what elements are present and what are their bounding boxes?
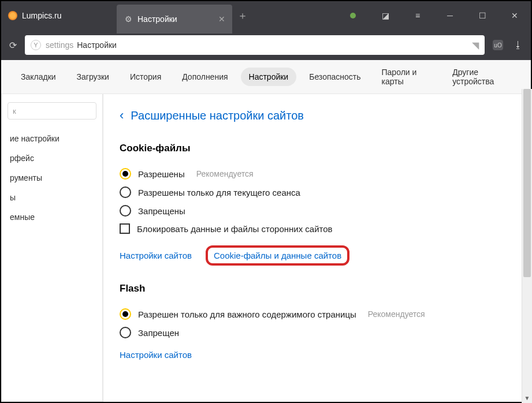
option-label: Разрешен только для важного содержимого … <box>138 309 356 319</box>
section-links: Настройки сайтов Cookie-файлы и данные с… <box>120 245 515 266</box>
option-hint: Рекомендуется <box>196 169 254 178</box>
back-header[interactable]: ‹ Расширенные настройки сайтов <box>120 108 515 123</box>
nav-tab-history[interactable]: История <box>122 68 169 86</box>
nav-tab-addons[interactable]: Дополнения <box>174 68 236 86</box>
option-label: Запрещены <box>138 206 185 216</box>
favicon-icon <box>8 11 17 20</box>
settings-nav: Закладки Загрузки История Дополнения Нас… <box>1 60 531 94</box>
yandex-icon: Y <box>31 40 41 50</box>
option-label: Разрешены <box>138 169 185 179</box>
sidebar-item[interactable]: ы <box>2 188 102 207</box>
nav-tab-passwords[interactable]: Пароли и карты <box>374 63 440 91</box>
close-button[interactable]: ✕ <box>504 11 525 20</box>
gear-icon: ⚙ <box>124 14 133 24</box>
browser-tab-settings[interactable]: ⚙ Настройки ✕ <box>117 5 232 33</box>
minimize-button[interactable]: ─ <box>440 11 460 20</box>
link-cookie-data[interactable]: Cookie-файлы и данные сайтов <box>214 251 341 260</box>
browser-tab-lumpics[interactable]: Lumpics.ru <box>1 1 117 30</box>
download-icon[interactable]: ⭳ <box>514 40 523 50</box>
titlebar-controls: ◪ ≡ ─ ☐ ✕ <box>343 1 531 30</box>
sidebar-item[interactable]: ие настройки <box>2 129 102 148</box>
option-flash-important[interactable]: Разрешен только для важного содержимого … <box>120 305 515 323</box>
sidebar-item[interactable]: рфейс <box>2 148 102 168</box>
nav-tab-bookmarks[interactable]: Закладки <box>13 68 64 86</box>
menu-icon[interactable]: ≡ <box>407 11 428 20</box>
radio-icon <box>120 205 131 217</box>
nav-tab-devices[interactable]: Другие устройства <box>444 63 519 91</box>
tab-label: Настройки <box>137 14 177 24</box>
address-bar: ⟳ Y settings Настройки ◥ uO ⭳ <box>1 30 531 60</box>
sidebar-search-input[interactable]: к <box>8 102 96 120</box>
close-icon[interactable]: ✕ <box>218 14 225 24</box>
tab-label: Lumpics.ru <box>22 11 61 20</box>
radio-icon <box>120 168 131 180</box>
sidebar-item[interactable]: емные <box>2 207 102 227</box>
link-site-settings[interactable]: Настройки сайтов <box>120 251 192 260</box>
titlebar: Lumpics.ru ⚙ Настройки ✕ ＋ ◪ ≡ ─ ☐ ✕ <box>1 1 531 30</box>
ublock-icon[interactable]: uO <box>493 40 503 50</box>
main-layout: к ие настройки рфейс рументы ы емные ‹ Р… <box>1 94 531 402</box>
page-title: Расширенные настройки сайтов <box>131 109 304 122</box>
option-hint: Рекомендуется <box>368 309 425 319</box>
section-title-flash: Flash <box>120 283 515 294</box>
section-title-cookies: Cookie-файлы <box>120 143 515 154</box>
option-cookies-allowed[interactable]: Разрешены Рекомендуется <box>120 165 515 183</box>
option-cookies-session[interactable]: Разрешены только для текущего сеанса <box>120 183 515 201</box>
maximize-button[interactable]: ☐ <box>472 11 493 20</box>
nav-tab-security[interactable]: Безопасность <box>301 68 369 86</box>
new-tab-button[interactable]: ＋ <box>232 1 253 30</box>
radio-icon <box>120 308 131 320</box>
chevron-left-icon: ‹ <box>120 108 124 123</box>
scroll-thumb[interactable] <box>523 89 531 277</box>
url-prefix: settings <box>46 40 73 50</box>
option-label: Блокировать данные и файлы сторонних сай… <box>137 224 333 234</box>
sidebar-item[interactable]: рументы <box>2 168 102 188</box>
toolbar-icons: uO ⭳ <box>493 40 523 50</box>
option-block-thirdparty[interactable]: Блокировать данные и файлы сторонних сай… <box>120 220 515 237</box>
url-input[interactable]: Y settings Настройки ◥ <box>25 35 485 55</box>
option-label: Разрешены только для текущего сеанса <box>138 188 300 197</box>
scroll-down-icon[interactable]: ▼ <box>522 393 532 403</box>
highlighted-link-box: Cookie-файлы и данные сайтов <box>206 245 349 266</box>
checkbox-icon <box>120 223 130 234</box>
shield-icon[interactable] <box>343 13 363 18</box>
option-cookies-blocked[interactable]: Запрещены <box>120 201 515 220</box>
nav-tab-settings[interactable]: Настройки <box>241 68 297 86</box>
content-area: Закладки Загрузки История Дополнения Нас… <box>1 60 531 402</box>
option-label: Запрещен <box>138 328 179 338</box>
radio-icon <box>120 186 131 198</box>
settings-content: ‹ Расширенные настройки сайтов Cookie-фа… <box>103 94 531 402</box>
radio-icon <box>120 327 131 338</box>
link-site-settings[interactable]: Настройки сайтов <box>120 350 192 360</box>
reload-icon[interactable]: ⟳ <box>9 40 17 51</box>
section-links: Настройки сайтов <box>120 350 515 360</box>
option-flash-blocked[interactable]: Запрещен <box>120 323 515 342</box>
settings-sidebar: к ие настройки рфейс рументы ы емные <box>1 94 103 402</box>
nav-tab-downloads[interactable]: Загрузки <box>69 68 117 86</box>
vertical-scrollbar[interactable]: ▲ ▼ <box>522 89 532 403</box>
bookmark-icon[interactable]: ◪ <box>375 11 396 20</box>
bookmark-flag-icon[interactable]: ◥ <box>472 40 479 51</box>
url-path: Настройки <box>77 40 117 50</box>
